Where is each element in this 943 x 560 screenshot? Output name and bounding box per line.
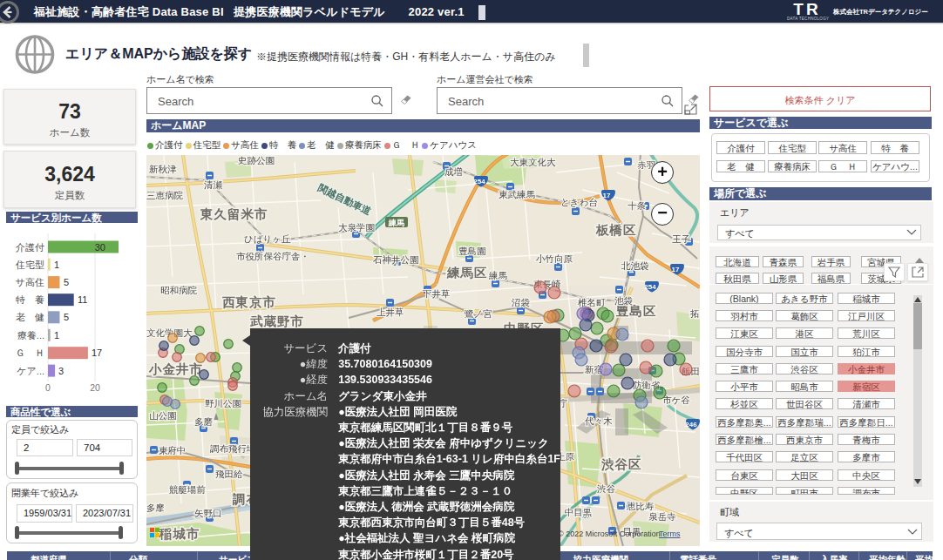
svg-text:飛田給: 飛田給 — [215, 469, 243, 479]
svg-text:254: 254 — [473, 178, 485, 186]
svg-text:稲城市: 稲城市 — [159, 527, 200, 541]
svg-text:泉岳寺: 泉岳寺 — [648, 511, 676, 522]
svg-text:小金井市: 小金井市 — [148, 362, 203, 376]
svg-text:板橋区: 板橋区 — [595, 223, 637, 237]
svg-text:北池袋: 北池袋 — [621, 260, 649, 271]
svg-text:調布飛行場: 調布飛行場 — [210, 443, 256, 454]
svg-text:ときわ台: ときわ台 — [560, 197, 598, 207]
svg-text:山公園: 山公園 — [149, 410, 177, 421]
svg-text:石神井公園: 石神井公園 — [373, 254, 419, 265]
svg-text:東府中: 東府中 — [159, 445, 187, 455]
svg-text:介護付: 介護付 — [15, 242, 44, 253]
svg-text:大泉学園: 大泉学園 — [338, 222, 375, 233]
svg-text:0: 0 — [45, 382, 51, 393]
svg-text:3: 3 — [58, 366, 64, 376]
svg-text:拓殖: 拓殖 — [690, 308, 700, 319]
svg-text:小竹向原: 小竹向原 — [536, 253, 573, 264]
svg-text:渋谷: 渋谷 — [597, 483, 616, 494]
svg-text:練馬: 練馬 — [388, 219, 404, 227]
svg-text:鷺ノ宮: 鷺ノ宮 — [465, 308, 492, 319]
svg-text:大東文化大: 大東文化大 — [510, 157, 556, 167]
svg-text:西東京市: 西東京市 — [222, 295, 276, 309]
svg-text:多摩: 多摩 — [146, 503, 165, 513]
svg-text:上井草: 上井草 — [377, 307, 404, 317]
svg-text:1: 1 — [54, 330, 59, 341]
svg-text:史跡公園: 史跡公園 — [238, 155, 275, 165]
svg-text:三恵病院: 三恵病院 — [146, 190, 184, 200]
svg-text:池袋: 池袋 — [614, 295, 633, 306]
svg-text:サ高住: サ高住 — [16, 277, 44, 287]
svg-text:市役所保谷庁舎・: 市役所保谷庁舎・ — [236, 251, 309, 261]
svg-text:新秋津: 新秋津 — [149, 164, 177, 174]
svg-text:矢野口: 矢野口 — [194, 508, 222, 518]
svg-text:清瀬: 清瀬 — [204, 179, 223, 190]
svg-text:多磨: 多磨 — [194, 416, 214, 427]
svg-text:30: 30 — [95, 242, 105, 253]
svg-text:代々木: 代々木 — [585, 415, 613, 426]
svg-text:豊島区: 豊島区 — [615, 304, 657, 318]
svg-text:恵比寿: 恵比寿 — [627, 501, 655, 511]
svg-text:Ｇ Ｈ: Ｇ Ｈ — [16, 347, 44, 358]
svg-text:椎名町: 椎名町 — [578, 297, 606, 307]
svg-text:1: 1 — [54, 260, 59, 270]
svg-text:住宅型: 住宅型 — [15, 260, 44, 270]
svg-text:特 養: 特 養 — [15, 294, 44, 305]
svg-text:王子: 王子 — [672, 233, 691, 244]
svg-text:5: 5 — [64, 312, 69, 322]
svg-text:東武練馬: 東武練馬 — [499, 189, 535, 199]
svg-text:ケア...: ケア... — [17, 366, 44, 376]
svg-text:療養...: 療養... — [17, 330, 44, 341]
svg-text:武蔵野市: 武蔵野市 — [249, 314, 304, 328]
svg-text:東久留米市: 東久留米市 — [200, 207, 268, 221]
svg-text:市ケ谷: 市ケ谷 — [662, 395, 690, 405]
svg-text:17: 17 — [92, 347, 102, 358]
svg-text:関越自動車道: 関越自動車道 — [316, 182, 373, 217]
svg-text:17: 17 — [603, 192, 611, 199]
svg-text:野川公園: 野川公園 — [205, 398, 241, 408]
svg-text:渋谷区: 渋谷区 — [600, 457, 642, 471]
svg-text:Terms: Terms — [659, 530, 681, 538]
svg-text:中目黒: 中目黒 — [565, 507, 593, 517]
svg-text:ひばりヶ丘: ひばりヶ丘 — [244, 233, 291, 244]
svg-text:17: 17 — [672, 266, 680, 273]
svg-text:競艇場前: 競艇場前 — [169, 484, 206, 495]
svg-text:沼袋: 沼袋 — [511, 297, 530, 307]
svg-text:254: 254 — [644, 283, 656, 291]
svg-text:成増: 成増 — [444, 166, 463, 177]
svg-text:5: 5 — [64, 277, 69, 287]
svg-text:昭和病院: 昭和病院 — [160, 285, 198, 295]
svg-text:下井草: 下井草 — [422, 288, 451, 299]
svg-text:11: 11 — [78, 294, 87, 305]
svg-text:© 2022 Microsoft Corporation: © 2022 Microsoft Corporation — [558, 530, 661, 538]
svg-text:十条: 十条 — [628, 200, 646, 211]
svg-text:練馬区: 練馬区 — [446, 266, 488, 280]
svg-text:246: 246 — [685, 421, 697, 428]
svg-text:練馬: 練馬 — [488, 270, 507, 280]
svg-text:老 健: 老 健 — [16, 312, 44, 322]
svg-text:20: 20 — [90, 382, 100, 393]
svg-text:豊島園: 豊島園 — [458, 246, 486, 256]
